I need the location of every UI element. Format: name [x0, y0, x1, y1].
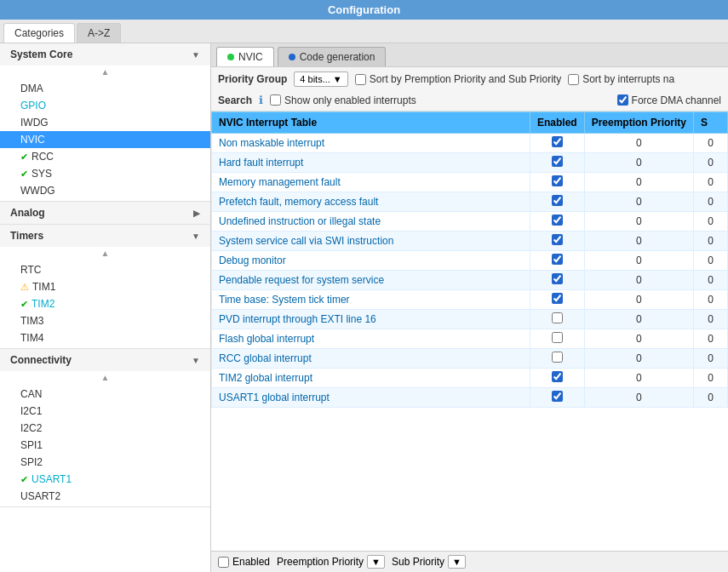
title-text: Configuration — [328, 3, 400, 16]
sort-preemption-label[interactable]: Sort by Premption Priority and Sub Prior… — [355, 73, 561, 85]
sort-preemption-checkbox[interactable] — [355, 74, 366, 85]
table-body: Non maskable interrupt00Hard fault inter… — [212, 134, 728, 408]
chevron-down-icon-connectivity: ▼ — [192, 356, 200, 365]
content-tabs: NVIC Code generation — [211, 43, 728, 67]
preemption-priority-dropdown[interactable]: ▼ — [367, 555, 385, 569]
enabled-checkbox[interactable] — [552, 391, 563, 402]
tab-categories[interactable]: Categories — [3, 23, 75, 43]
enabled-checkbox[interactable] — [552, 175, 563, 186]
sidebar-item-iwdg[interactable]: IWDG — [0, 114, 210, 131]
enabled-checkbox[interactable] — [552, 195, 563, 206]
sub-priority-cell: 0 — [694, 153, 728, 173]
table-row: PVD interrupt through EXTI line 1600 — [212, 310, 728, 329]
sidebar-item-rtc[interactable]: RTC — [0, 261, 210, 278]
footer-enabled: Enabled — [218, 556, 270, 568]
sidebar-item-tim1[interactable]: ⚠ TIM1 — [0, 278, 210, 295]
sidebar-item-nvic[interactable]: NVIC — [0, 131, 210, 148]
enabled-cell — [530, 192, 584, 212]
sidebar-item-i2c2[interactable]: I2C2 — [0, 420, 210, 437]
sort-interrupts-checkbox[interactable] — [568, 74, 579, 85]
enabled-checkbox[interactable] — [552, 312, 563, 323]
preemption-priority-cell: 0 — [584, 212, 693, 232]
sidebar-item-can[interactable]: CAN — [0, 386, 210, 403]
sub-priority-dropdown[interactable]: ▼ — [448, 555, 466, 569]
table-row: Memory management fault00 — [212, 173, 728, 192]
col-header-name: NVIC Interrupt Table — [212, 112, 530, 134]
preemption-priority-cell: 0 — [584, 134, 693, 153]
footer-bar: Enabled Preemption Priority ▼ Sub Priori… — [211, 551, 728, 572]
title-bar: Configuration — [0, 0, 728, 20]
interrupt-name-cell: Debug monitor — [212, 251, 530, 271]
sidebar-item-gpio[interactable]: GPIO — [0, 97, 210, 114]
tab-nvic[interactable]: NVIC — [216, 47, 274, 66]
sidebar-item-tim2[interactable]: ✔ TIM2 — [0, 295, 210, 312]
preemption-priority-cell: 0 — [584, 271, 693, 290]
sub-priority-cell: 0 — [694, 290, 728, 310]
enabled-checkbox[interactable] — [552, 293, 563, 304]
enabled-checkbox[interactable] — [552, 352, 563, 363]
enabled-cell — [530, 134, 584, 153]
enabled-checkbox[interactable] — [552, 156, 563, 167]
sidebar-item-sys[interactable]: ✔ SYS — [0, 165, 210, 182]
priority-group-dropdown[interactable]: 4 bits... ▼ — [294, 72, 347, 87]
scroll-up-connectivity[interactable]: ▲ — [0, 371, 210, 384]
sidebar-item-usart1[interactable]: ✔ USART1 — [0, 471, 210, 488]
nvic-table-container: NVIC Interrupt Table Enabled Preemption … — [211, 112, 728, 551]
sidebar-section-header-system-core[interactable]: System Core ▼ — [0, 43, 210, 66]
scroll-up-arrow[interactable]: ▲ — [0, 66, 210, 78]
sidebar-item-spi1[interactable]: SPI1 — [0, 437, 210, 454]
chevron-down-icon-pg: ▼ — [333, 74, 342, 84]
sidebar-item-rcc[interactable]: ✔ RCC — [0, 148, 210, 165]
enabled-cell — [530, 153, 584, 173]
sort-interrupts-label[interactable]: Sort by interrupts na — [568, 73, 674, 85]
sub-priority-cell: 0 — [694, 369, 728, 388]
interrupt-name-cell: RCC global interrupt — [212, 349, 530, 369]
preemption-priority-cell: 0 — [584, 310, 693, 329]
sidebar-item-i2c1[interactable]: I2C1 — [0, 403, 210, 420]
code-gen-dot-icon — [289, 54, 295, 60]
check-icon-tim2: ✔ — [20, 299, 28, 310]
enabled-checkbox[interactable] — [552, 254, 563, 265]
table-row: Hard fault interrupt00 — [212, 153, 728, 173]
sidebar-item-spi2[interactable]: SPI2 — [0, 454, 210, 471]
enabled-checkbox[interactable] — [552, 273, 563, 284]
sub-priority-cell: 0 — [694, 173, 728, 192]
sub-priority-cell: 0 — [694, 388, 728, 408]
interrupt-name-cell: Undefined instruction or illegal state — [212, 212, 530, 232]
interrupt-name-cell: TIM2 global interrupt — [212, 369, 530, 388]
tab-a-z[interactable]: A->Z — [77, 23, 121, 43]
sidebar-section-timers: Timers ▼ ▲ RTC ⚠ TIM1 ✔ TIM2 — [0, 225, 210, 349]
enabled-checkbox[interactable] — [552, 371, 563, 382]
search-label: Search — [218, 94, 252, 106]
enabled-cell — [530, 349, 584, 369]
sidebar-section-header-connectivity[interactable]: Connectivity ▼ — [0, 349, 210, 371]
sub-priority-cell: 0 — [694, 329, 728, 349]
sidebar-item-tim3[interactable]: TIM3 — [0, 312, 210, 329]
sidebar-section-header-analog[interactable]: Analog ▶ — [0, 202, 210, 224]
enabled-checkbox[interactable] — [552, 136, 563, 147]
info-icon[interactable]: ℹ — [259, 94, 263, 106]
sidebar-section-header-timers[interactable]: Timers ▼ — [0, 225, 210, 247]
enabled-checkbox[interactable] — [552, 234, 563, 245]
scroll-up-timers[interactable]: ▲ — [0, 247, 210, 260]
sidebar-item-wwdg[interactable]: WWDG — [0, 182, 210, 199]
sidebar-item-usart2[interactable]: USART2 — [0, 488, 210, 505]
show-enabled-label[interactable]: Show only enabled interrupts — [270, 94, 416, 106]
content-area: NVIC Code generation Priority Group 4 bi… — [211, 43, 728, 572]
tab-code-generation[interactable]: Code generation — [278, 47, 387, 66]
enabled-checkbox[interactable] — [552, 214, 563, 226]
enabled-cell — [530, 329, 584, 349]
table-header-row: NVIC Interrupt Table Enabled Preemption … — [212, 112, 728, 134]
show-enabled-checkbox[interactable] — [270, 94, 281, 106]
enabled-checkbox[interactable] — [552, 332, 563, 343]
table-row: Prefetch fault, memory access fault00 — [212, 192, 728, 212]
table-row: TIM2 global interrupt00 — [212, 369, 728, 388]
force-dma-checkbox[interactable] — [617, 94, 628, 106]
sidebar-item-dma[interactable]: DMA — [0, 80, 210, 97]
sidebar-item-tim4[interactable]: TIM4 — [0, 329, 210, 346]
force-dma-label[interactable]: Force DMA channel — [617, 94, 721, 106]
footer-enabled-checkbox[interactable] — [218, 557, 229, 568]
sidebar: System Core ▼ ▲ DMA GPIO IWDG NVIC — [0, 43, 211, 572]
sub-priority-cell: 0 — [694, 310, 728, 329]
preemption-priority-cell: 0 — [584, 329, 693, 349]
